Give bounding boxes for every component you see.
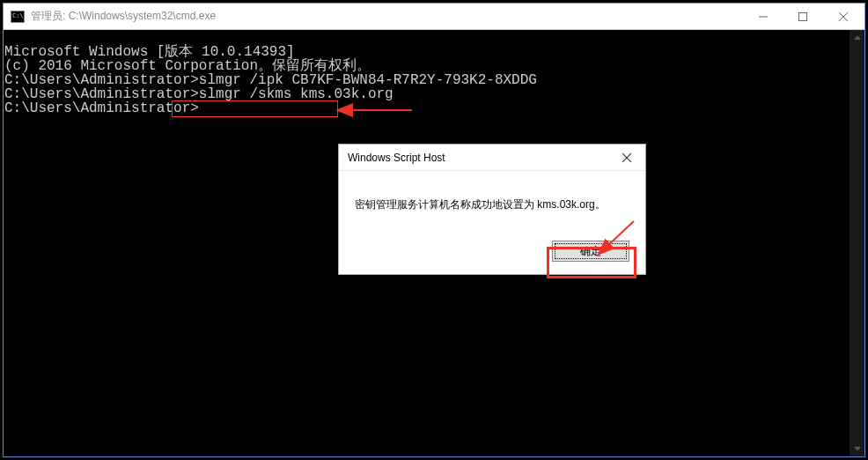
dialog-footer: 确定 [339, 232, 645, 274]
script-host-dialog: Windows Script Host 密钥管理服务计算机名称成功地设置为 km… [338, 144, 646, 275]
scrollbar-track[interactable] [850, 45, 864, 441]
maximize-button[interactable] [783, 4, 822, 30]
dialog-message: 密钥管理服务计算机名称成功地设置为 kms.03k.org。 [355, 198, 606, 211]
dialog-titlebar[interactable]: Windows Script Host [339, 145, 645, 171]
titlebar[interactable]: 管理员: C:\Windows\system32\cmd.exe [4, 4, 864, 30]
window-title: 管理员: C:\Windows\system32\cmd.exe [31, 9, 743, 24]
scroll-up-arrow-icon[interactable] [850, 30, 864, 45]
prompt: C:\Users\Administrator> [4, 100, 199, 116]
console-line: Microsoft Windows [版本 10.0.14393] [4, 45, 864, 59]
ok-button[interactable]: 确定 [552, 241, 629, 262]
console-line: (c) 2016 Microsoft Corporation。保留所有权利。 [4, 59, 864, 73]
close-button[interactable] [822, 4, 864, 30]
dialog-close-button[interactable] [614, 147, 640, 168]
console-line: C:\Users\Administrator> [4, 101, 864, 115]
dialog-body: 密钥管理服务计算机名称成功地设置为 kms.03k.org。 [339, 171, 645, 232]
minimize-button[interactable] [743, 4, 783, 30]
vertical-scrollbar[interactable] [850, 30, 864, 456]
console-line: C:\Users\Administrator>slmgr /ipk CB7KF-… [4, 73, 864, 87]
dialog-title: Windows Script Host [348, 152, 614, 164]
command-text: slmgr /skms kms.03k.org [199, 86, 394, 102]
console-line: C:\Users\Administrator>slmgr /skms kms.0… [4, 87, 864, 101]
svg-rect-1 [798, 12, 806, 20]
scroll-down-arrow-icon[interactable] [850, 441, 864, 456]
svg-marker-5 [854, 447, 861, 451]
cmd-app-icon [11, 11, 25, 23]
svg-marker-4 [854, 35, 861, 40]
ok-button-label: 确定 [580, 244, 601, 259]
